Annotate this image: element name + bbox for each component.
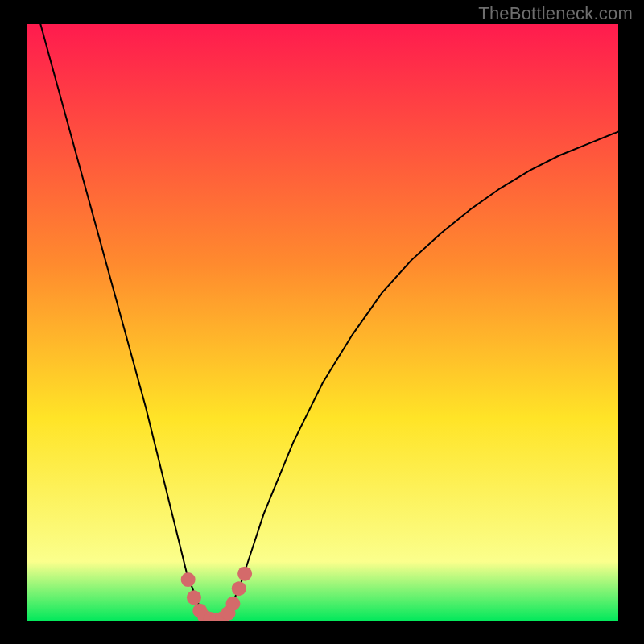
- chart-frame: TheBottleneck.com: [0, 0, 644, 644]
- watermark-text: TheBottleneck.com: [478, 3, 633, 24]
- chart-svg: [27, 24, 618, 621]
- marker-dot: [237, 567, 252, 581]
- marker-dot: [181, 572, 196, 587]
- marker-dot: [225, 597, 240, 611]
- plot-area: [27, 24, 618, 621]
- marker-dot: [232, 581, 246, 596]
- marker-dot: [187, 590, 201, 605]
- gradient-background: [27, 24, 618, 621]
